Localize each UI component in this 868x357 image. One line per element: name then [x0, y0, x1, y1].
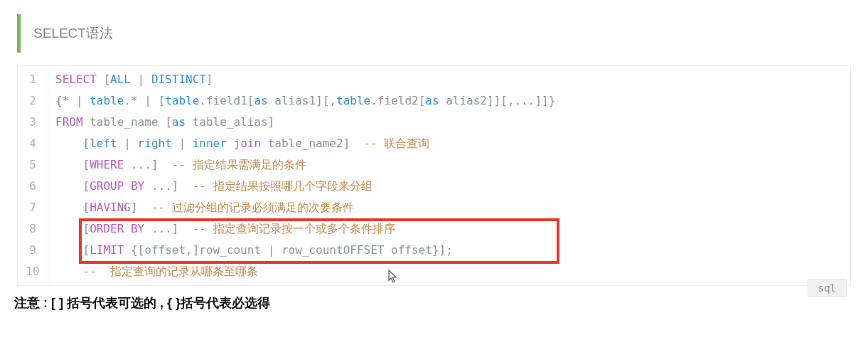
code-line: SELECT [ALL | DISTINCT] — [55, 69, 555, 90]
line-number: 4 — [18, 133, 48, 154]
line-number: 5 — [18, 154, 48, 176]
code-line: [GROUP BY ...] -- 指定结果按照哪几个字段来分组 — [55, 176, 555, 197]
line-number: 3 — [18, 112, 48, 133]
code-line: [HAVING] -- 过滤分组的记录必须满足的次要条件 — [55, 197, 555, 218]
code-line: [left | right | inner join table_name2] … — [55, 133, 555, 154]
footer-note: 注意 : [ ] 括号代表可选的 , { }括号代表必选得 — [14, 294, 854, 311]
line-number: 8 — [18, 218, 48, 240]
line-number: 7 — [18, 197, 48, 218]
line-number: 10 — [18, 261, 48, 282]
heading-text: SELECT语法 — [33, 26, 113, 41]
line-number: 1 — [18, 69, 48, 90]
language-badge: sql — [808, 279, 847, 297]
code-line: {* | table.* | [table.field1[as alias1][… — [55, 90, 555, 112]
line-number: 6 — [18, 176, 48, 197]
code-line: [WHERE ...] -- 指定结果需满足的条件 — [55, 154, 555, 176]
line-number: 2 — [18, 90, 48, 112]
code-line: FROM table_name [as table_alias] — [55, 112, 555, 133]
code-lines: SELECT [ALL | DISTINCT] {* | table.* | [… — [48, 66, 562, 285]
code-line: [ORDER BY ...] -- 指定查询记录按一个或多个条件排序 — [55, 218, 555, 240]
code-line: -- 指定查询的记录从哪条至哪条 — [55, 261, 555, 282]
section-heading: SELECT语法 — [17, 14, 851, 53]
line-number: 9 — [18, 240, 48, 261]
code-line: [LIMIT {[offset,]row_count | row_countOF… — [55, 240, 555, 261]
line-gutter: 1 2 3 4 5 6 7 8 9 10 — [18, 66, 48, 285]
footer-note-text: 注意 : [ ] 括号代表可选的 , { }括号代表必选得 — [14, 296, 270, 310]
language-badge-text: sql — [818, 282, 836, 294]
code-block: 1 2 3 4 5 6 7 8 9 10 SELECT [ALL | DISTI… — [17, 65, 851, 286]
